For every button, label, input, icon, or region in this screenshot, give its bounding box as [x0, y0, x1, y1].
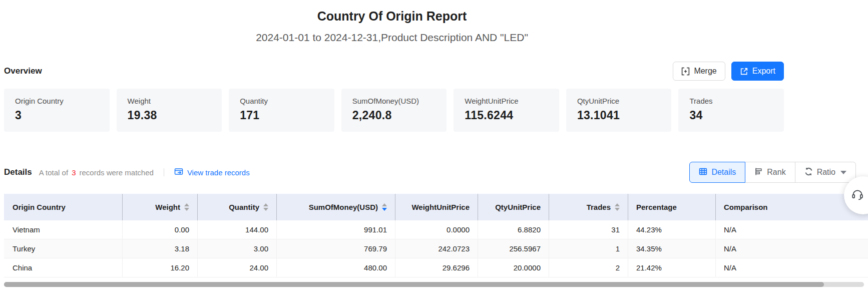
column-header-quantity[interactable]: Quantity	[198, 194, 277, 220]
stat-card-trades: Trades 34	[678, 89, 784, 132]
table-header-row: Origin Country Weight Quantity SumOfMone…	[4, 194, 868, 220]
view-mode-switcher: Details Rank Ratio	[689, 162, 856, 183]
tab-ratio[interactable]: Ratio	[795, 162, 856, 183]
tab-details[interactable]: Details	[689, 162, 745, 183]
stat-label: SumOfMoney(USD)	[352, 97, 436, 105]
sort-control[interactable]	[263, 203, 268, 211]
page-subtitle: 2024-01-01 to 2024-12-31,Product Descrip…	[0, 32, 784, 44]
match-suffix: records were matched	[79, 168, 153, 177]
merge-button-label: Merge	[694, 67, 716, 76]
column-label: Weight	[155, 203, 180, 211]
column-header-weight-unit-price: WeightUnitPrice	[395, 194, 478, 220]
cell-origin-country: Vietnam	[4, 220, 123, 239]
column-label: Trades	[587, 203, 611, 211]
details-bar: Details A total of3records were matched …	[4, 162, 856, 183]
cell-weight-unit-price: 29.6296	[395, 258, 478, 277]
column-header-percentage: Percentage	[628, 194, 716, 220]
stat-value: 13.1041	[577, 109, 661, 122]
details-table: Origin Country Weight Quantity SumOfMone…	[4, 194, 868, 277]
toolbar: Merge Export	[673, 62, 784, 81]
stat-card-sum-of-money: SumOfMoney(USD) 2,240.8	[341, 89, 447, 132]
merge-button[interactable]: Merge	[673, 62, 725, 81]
overview-cards: Origin Country 3 Weight 19.38 Quantity 1…	[4, 89, 784, 132]
table-row-vietnam: Vietnam 0.00 144.00 991.01 0.0000 6.8820…	[4, 220, 868, 239]
stat-value: 171	[240, 109, 323, 122]
column-header-qty-unit-price: QtyUnitPrice	[478, 194, 549, 220]
stat-label: Quantity	[240, 97, 323, 105]
export-icon	[740, 67, 748, 76]
cell-weight-unit-price: 0.0000	[395, 220, 478, 239]
cell-sum-of-money: 769.79	[277, 239, 395, 258]
sort-control[interactable]	[615, 203, 620, 211]
match-summary: A total of3records were matched	[39, 168, 154, 177]
cell-percentage: 21.42%	[628, 258, 716, 277]
stat-value: 34	[689, 109, 773, 122]
sort-control[interactable]	[184, 203, 189, 211]
tab-rank-label: Rank	[767, 168, 785, 177]
stat-label: QtyUnitPrice	[577, 97, 661, 105]
cell-quantity: 3.00	[198, 239, 277, 258]
merge-cells-icon	[681, 67, 690, 76]
trade-records-icon	[174, 168, 183, 177]
stat-value: 3	[15, 109, 99, 122]
ratio-sync-icon	[804, 167, 813, 178]
cell-weight: 3.18	[123, 239, 198, 258]
cell-weight: 0.00	[123, 220, 198, 239]
stat-value: 2,240.8	[352, 109, 436, 122]
view-trade-records-link[interactable]: View trade records	[174, 168, 250, 177]
details-section-title: Details	[4, 167, 32, 177]
column-label: WeightUnitPrice	[411, 203, 470, 211]
cell-weight-unit-price: 242.0723	[395, 239, 478, 258]
column-label: Percentage	[636, 203, 677, 211]
stat-label: Trades	[689, 97, 773, 105]
table-icon	[699, 167, 707, 178]
cell-percentage: 34.35%	[628, 239, 716, 258]
cell-trades: 2	[549, 258, 628, 277]
vertical-divider	[164, 168, 164, 176]
stat-card-qty-unit-price: QtyUnitPrice 13.1041	[566, 89, 672, 132]
column-label: QtyUnitPrice	[495, 203, 541, 211]
chevron-down-icon	[840, 171, 846, 174]
tab-rank[interactable]: Rank	[745, 162, 795, 183]
overview-bar: Overview Merge Export	[4, 62, 784, 81]
cell-comparison: N/A	[716, 220, 868, 239]
cell-origin-country: China	[4, 258, 123, 277]
tab-details-label: Details	[711, 168, 736, 177]
column-label: Comparison	[724, 203, 768, 211]
table-row-turkey: Turkey 3.18 3.00 769.79 242.0723 256.596…	[4, 239, 868, 258]
column-header-sum-of-money[interactable]: SumOfMoney(USD)	[277, 194, 395, 220]
cell-trades: 31	[549, 220, 628, 239]
column-label: Origin Country	[13, 203, 66, 211]
stat-label: Origin Country	[15, 97, 99, 105]
stat-card-weight-unit-price: WeightUnitPrice 115.6244	[454, 89, 559, 132]
export-button[interactable]: Export	[731, 62, 784, 81]
cell-comparison: N/A	[716, 258, 868, 277]
horizontal-scrollbar-track[interactable]	[4, 282, 864, 287]
headset-icon	[851, 188, 864, 203]
overview-section-title: Overview	[4, 66, 42, 76]
table-body: Vietnam 0.00 144.00 991.01 0.0000 6.8820…	[4, 220, 868, 277]
stat-card-weight: Weight 19.38	[117, 89, 222, 132]
cell-qty-unit-price: 20.0000	[478, 258, 549, 277]
cell-comparison: N/A	[716, 239, 868, 258]
stat-value: 19.38	[128, 109, 211, 122]
export-button-label: Export	[752, 67, 775, 76]
sort-control-active-desc[interactable]	[382, 203, 387, 211]
table-row-china: China 16.20 24.00 480.00 29.6296 20.0000…	[4, 258, 868, 277]
cell-qty-unit-price: 6.8820	[478, 220, 549, 239]
stat-card-quantity: Quantity 171	[229, 89, 334, 132]
column-header-weight[interactable]: Weight	[123, 194, 198, 220]
match-count: 3	[72, 168, 76, 177]
cell-origin-country: Turkey	[4, 239, 123, 258]
cell-trades: 1	[549, 239, 628, 258]
cell-qty-unit-price: 256.5967	[478, 239, 549, 258]
stat-value: 115.6244	[465, 109, 548, 122]
cell-percentage: 44.23%	[628, 220, 716, 239]
cell-quantity: 144.00	[198, 220, 277, 239]
column-header-trades[interactable]: Trades	[549, 194, 628, 220]
stat-label: Weight	[128, 97, 211, 105]
horizontal-scrollbar-thumb[interactable]	[4, 282, 824, 287]
cell-weight: 16.20	[123, 258, 198, 277]
page-title: Country Of Origin Report	[0, 9, 784, 24]
match-prefix: A total of	[39, 168, 68, 177]
